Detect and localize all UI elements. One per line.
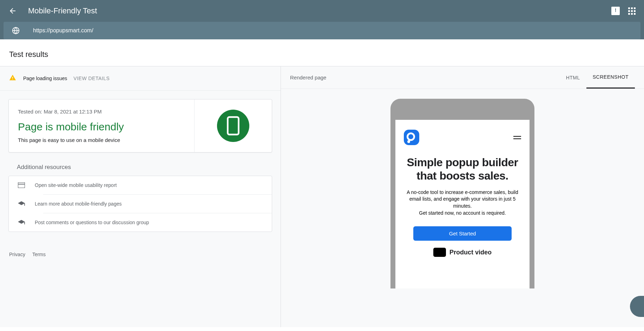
header-top-bar: Mobile-Friendly Test xyxy=(0,0,644,22)
device-screen: Simple popup builder that boosts sales. … xyxy=(395,120,530,288)
results-header: Test results xyxy=(0,43,644,66)
result-status: Page is mobile friendly xyxy=(18,121,185,133)
resource-item-usability-report[interactable]: Open site-wide mobile usability report xyxy=(9,176,272,194)
preview-product-label: Product video xyxy=(449,249,492,256)
footer-links: Privacy Terms xyxy=(0,240,281,263)
terms-link[interactable]: Terms xyxy=(32,252,46,257)
preview-product-video: Product video xyxy=(402,248,523,257)
right-panel-header: Rendered page HTML SCREENSHOT xyxy=(281,66,644,89)
resource-item-learn-more[interactable]: Learn more about mobile-friendly pages xyxy=(9,195,272,213)
preview-subtext: A no-code tool to increase e-commerce sa… xyxy=(402,189,523,216)
education-icon xyxy=(18,220,25,225)
app-title: Mobile-Friendly Test xyxy=(28,6,611,15)
mobile-friendly-badge-icon xyxy=(217,110,249,142)
results-title: Test results xyxy=(9,50,635,59)
resource-label: Open site-wide mobile usability report xyxy=(35,182,117,188)
warning-text: Page loading issues xyxy=(23,76,67,81)
svg-rect-2 xyxy=(228,117,238,135)
left-panel: Page loading issues VIEW DETAILS Tested … xyxy=(0,66,281,327)
privacy-link[interactable]: Privacy xyxy=(9,252,25,257)
preview-header xyxy=(402,130,523,145)
feedback-icon[interactable] xyxy=(611,7,620,15)
preview-sub-line1: A no-code tool to increase e-commerce sa… xyxy=(407,189,518,209)
result-description: This page is easy to use on a mobile dev… xyxy=(18,137,185,143)
back-arrow-icon[interactable] xyxy=(8,7,17,15)
resource-label: Post comments or questions to our discus… xyxy=(35,220,149,225)
globe-icon xyxy=(12,27,20,34)
result-card-content: Tested on: Mar 8, 2021 at 12:13 PM Page … xyxy=(9,99,195,152)
preview-sub-line2: Get started now, no account is required. xyxy=(419,210,506,216)
tab-html[interactable]: HTML xyxy=(560,75,586,88)
header-actions xyxy=(611,7,636,15)
svg-rect-3 xyxy=(18,182,25,188)
main-content: Page loading issues VIEW DETAILS Tested … xyxy=(0,66,644,327)
webpage-icon xyxy=(18,182,25,188)
resources-section-title: Additional resources xyxy=(0,161,281,176)
preview-logo-icon xyxy=(404,130,419,145)
app-header: Mobile-Friendly Test https://popupsmart.… xyxy=(0,0,644,39)
result-badge-area xyxy=(195,99,272,152)
url-bar[interactable]: https://popupsmart.com/ xyxy=(4,22,640,39)
warning-icon xyxy=(9,74,16,83)
resource-label: Learn more about mobile-friendly pages xyxy=(35,201,121,207)
resources-card: Open site-wide mobile usability report L… xyxy=(8,176,272,232)
floating-action-button[interactable] xyxy=(630,296,644,317)
tab-screenshot[interactable]: SCREENSHOT xyxy=(586,74,635,89)
hamburger-icon xyxy=(513,136,521,139)
device-preview-frame: Simple popup builder that boosts sales. … xyxy=(390,99,534,288)
resource-item-discussion[interactable]: Post comments or questions to our discus… xyxy=(9,213,272,232)
result-card: Tested on: Mar 8, 2021 at 12:13 PM Page … xyxy=(8,99,272,152)
tested-url: https://popupsmart.com/ xyxy=(33,27,93,34)
preview-cta-button: Get Started xyxy=(413,226,512,241)
apps-grid-icon[interactable] xyxy=(628,7,636,15)
tested-on-timestamp: Tested on: Mar 8, 2021 at 12:13 PM xyxy=(18,109,185,115)
preview-headline: Simple popup builder that boosts sales. xyxy=(402,156,523,183)
rendered-page-label: Rendered page xyxy=(290,74,560,80)
view-details-link[interactable]: VIEW DETAILS xyxy=(73,76,110,81)
right-panel: Rendered page HTML SCREENSHOT Simple pop… xyxy=(281,66,644,327)
education-icon xyxy=(18,201,25,207)
video-icon xyxy=(433,248,446,257)
warning-bar: Page loading issues VIEW DETAILS xyxy=(0,66,281,91)
